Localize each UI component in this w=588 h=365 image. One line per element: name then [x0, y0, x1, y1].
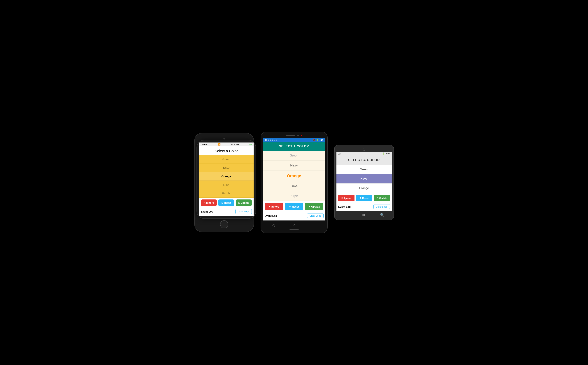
windows-phone: 🔋 5:06 SELECT A COLOR Green Navy Orange … [335, 145, 393, 220]
android-sensor [301, 135, 302, 136]
android-wifi-icon: 📵 [313, 139, 315, 141]
list-item[interactable]: Green [199, 155, 254, 164]
android-speaker [286, 135, 295, 136]
android-icon-h: H [265, 138, 267, 141]
signal-bar-2 [339, 154, 340, 154]
clear-logs-button[interactable]: Clear Logs [307, 213, 324, 218]
ios-camera [223, 138, 225, 140]
wp-battery: 🔋 [382, 152, 385, 155]
android-camera [297, 135, 299, 136]
wp-screen: 🔋 5:06 SELECT A COLOR Green Navy Orange … [337, 152, 392, 211]
ios-event-row: Event Log Clear Logs [199, 208, 254, 216]
check-icon: ✓ [376, 197, 378, 199]
list-item-selected[interactable]: Navy [337, 174, 392, 184]
signal-bar-4 [340, 153, 341, 154]
android-toolbar: SELECT A COLOR [263, 142, 325, 151]
android-status-icons: H g g g ▶ ▷ [265, 138, 277, 141]
list-item-selected[interactable]: Orange [199, 172, 254, 181]
event-log-label: Event Log [265, 214, 277, 217]
refresh-icon: ↺ [289, 205, 291, 208]
android-icon-g2: g [270, 139, 271, 141]
android-buttons-row: ✕ Ignore ↺ Reset ✓ Update [263, 201, 325, 212]
event-log-label: Event Log [201, 210, 213, 213]
ios-speaker [220, 137, 229, 137]
home-icon[interactable]: ○ [293, 223, 295, 227]
wp-color-list: Green Navy Orange [337, 165, 392, 193]
wp-status-right: 🔋 5:06 [382, 152, 390, 155]
wp-signal-bars [338, 153, 341, 154]
wp-nav-bar: ← ⊞ 🔍 [337, 211, 392, 218]
reset-button[interactable]: B Reset [218, 199, 234, 206]
android-nav-bar: ◁ ○ □ [263, 220, 325, 229]
android-status-bar: H g g g ▶ ▷ 📵 🔋 4:20 [263, 138, 325, 142]
ignore-button[interactable]: A Ignore [201, 199, 217, 206]
update-button[interactable]: C Update [236, 199, 252, 206]
list-item[interactable]: Lime [263, 181, 325, 191]
search-icon[interactable]: 🔍 [380, 213, 384, 217]
wp-time: 5:06 [386, 153, 390, 155]
list-item[interactable]: Purple [263, 191, 325, 201]
android-status-right: 📵 🔋 4:20 [313, 139, 323, 141]
ios-carrier: Carrier [201, 143, 208, 146]
update-button[interactable]: ✓ Update [374, 195, 390, 201]
ios-status-bar: Carrier 📶 4:03 PM ▮+ [199, 142, 254, 146]
wp-title: SELECT A COLOR [337, 155, 392, 165]
wp-camera [363, 148, 365, 151]
list-item[interactable]: Green [263, 151, 325, 161]
ios-home-area [197, 218, 251, 230]
event-log-label: Event Log [338, 205, 351, 208]
reset-button[interactable]: ↺ Reset [285, 203, 303, 210]
recents-icon[interactable]: □ [314, 223, 316, 227]
refresh-icon: ↺ [359, 197, 361, 199]
android-phone: H g g g ▶ ▷ 📵 🔋 4:20 SELECT A COLOR Gree… [261, 132, 327, 233]
ios-color-list: Green Navy Orange Lime Purple [199, 155, 254, 198]
ios-screen: Select a Color Green Navy Orange Lime Pu… [199, 146, 254, 216]
windows-icon[interactable]: ⊞ [362, 213, 365, 217]
android-icon-n: ▶ [274, 139, 275, 141]
ios-wifi-icon: 📶 [218, 143, 221, 146]
android-icon-g3: g [272, 139, 273, 141]
android-time: 4:20 [319, 139, 323, 141]
reset-button[interactable]: ↺ Reset [356, 195, 372, 201]
list-item[interactable]: Orange [337, 184, 392, 193]
android-event-row: Event Log Clear Logs [263, 212, 325, 220]
ios-battery-icon: ▮+ [249, 143, 251, 146]
list-item[interactable]: Navy [199, 164, 254, 172]
android-bottom-bar [263, 229, 325, 231]
ios-time: 4:03 PM [231, 143, 239, 146]
android-icon-g1: g [268, 139, 269, 141]
list-item[interactable]: Green [337, 165, 392, 174]
wp-buttons-row: ✕ Ignore ↺ Reset ✓ Update [337, 193, 392, 203]
ios-buttons-row: A Ignore B Reset C Update [199, 198, 254, 208]
list-item-selected[interactable]: Orange [263, 170, 325, 181]
signal-bar-1 [338, 154, 339, 154]
wp-status-bar: 🔋 5:06 [337, 152, 392, 155]
x-icon: ✕ [269, 205, 271, 208]
wp-event-row: Event Log Clear Logs [337, 203, 392, 211]
ignore-button[interactable]: ✕ Ignore [338, 195, 354, 201]
clear-logs-button[interactable]: Clear Logs [373, 204, 390, 209]
list-item[interactable]: Purple [199, 189, 254, 198]
update-button[interactable]: ✓ Update [305, 203, 323, 210]
ios-title: Select a Color [199, 146, 254, 155]
signal-bar-3 [340, 153, 340, 154]
ios-phone: Carrier 📶 4:03 PM ▮+ Select a Color Gree… [195, 133, 254, 232]
list-item[interactable]: Navy [263, 161, 325, 170]
back-icon[interactable]: ◁ [272, 223, 275, 227]
android-icon-yt: ▷ [276, 139, 277, 141]
wp-top-area [337, 147, 392, 152]
android-top-bar [263, 134, 325, 138]
android-screen: H g g g ▶ ▷ 📵 🔋 4:20 SELECT A COLOR Gree… [263, 138, 325, 220]
clear-logs-button[interactable]: Clear Logs [235, 209, 252, 214]
ios-home-button[interactable] [220, 220, 228, 228]
back-icon[interactable]: ← [344, 213, 347, 217]
android-battery: 🔋 [316, 139, 318, 141]
ignore-button[interactable]: ✕ Ignore [265, 203, 283, 210]
check-icon: ✓ [308, 205, 311, 208]
android-bottom-speaker [290, 229, 299, 230]
x-icon: ✕ [341, 197, 343, 199]
list-item[interactable]: Lime [199, 181, 254, 189]
android-color-list: Green Navy Orange Lime Purple [263, 151, 325, 201]
